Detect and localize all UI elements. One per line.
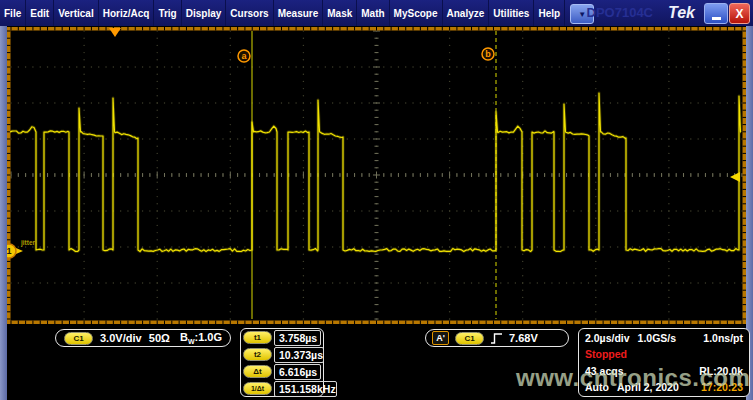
t2-value: 10.373µs [274, 347, 324, 363]
menu-help[interactable]: Help [534, 0, 565, 26]
dt-badge: Δt [243, 365, 272, 378]
model-label: DPO7104C [587, 5, 653, 20]
channel-scale: 3.0V/div [100, 332, 142, 344]
t1-value: 3.758µs [274, 330, 321, 346]
menu-analyze[interactable]: Analyze [443, 0, 490, 26]
channel1-marker: 1 [7, 246, 12, 256]
watermark: www.cntronics.com [516, 364, 750, 392]
cursor-readout[interactable]: t1 3.758µs t2 10.373µs Δt 6.616µs 1/Δt 1… [240, 328, 324, 397]
tek-logo: Tek [668, 4, 695, 22]
chevron-down-icon: ▼ [578, 10, 586, 19]
timebase-row: 2.0µs/div 1.0GS/s 1.0ns/pt [585, 332, 743, 344]
trace-label: jitter [20, 239, 36, 247]
menu-myscope[interactable]: MyScope [390, 0, 443, 26]
menu-display[interactable]: Display [182, 0, 227, 26]
channel-readout[interactable]: C1 3.0V/div 50Ω BW:1.0G [55, 329, 231, 347]
status-badge: Stopped [585, 348, 627, 360]
menu-math[interactable]: Math [357, 0, 389, 26]
cursor-row-freq: 1/Δt 151.158kHz [241, 380, 323, 397]
minimize-icon [712, 17, 721, 20]
menu-horiz-acq[interactable]: Horiz/Acq [99, 0, 155, 26]
cursor-row-t1: t1 3.758µs [241, 329, 323, 346]
menu-file[interactable]: File [0, 0, 26, 26]
cursor-row-t2: t2 10.373µs [241, 346, 323, 363]
trigger-channel-badge: C1 [455, 332, 484, 345]
trigger-readout[interactable]: A' C1 7.68V [425, 329, 569, 347]
menu-edit[interactable]: Edit [26, 0, 54, 26]
dt-value: 6.616µs [274, 364, 321, 380]
minimize-button[interactable] [704, 3, 728, 24]
t2-badge: t2 [243, 348, 272, 361]
menu-mask[interactable]: Mask [323, 0, 357, 26]
menu-bar: File Edit Vertical Horiz/Acq Trig Displa… [0, 0, 753, 26]
acq-status-row: Stopped [585, 348, 743, 360]
close-button[interactable]: X [729, 3, 750, 24]
channel-bandwidth: BW:1.0G [180, 331, 222, 345]
trigger-source-badge: A' [432, 331, 449, 345]
channel-badge: C1 [64, 332, 93, 345]
inv-dt-badge: 1/Δt [243, 382, 272, 395]
menu-measure[interactable]: Measure [274, 0, 324, 26]
cursor-b-label: b [485, 49, 491, 59]
rising-edge-icon [490, 332, 503, 345]
trigger-level: 7.68V [509, 332, 538, 344]
sample-resolution: 1.0ns/pt [703, 332, 743, 344]
window-edge-left [0, 26, 7, 400]
channel-impedance: 50Ω [149, 332, 170, 344]
scope-display: ab1jitter [7, 27, 746, 324]
menu-cursors[interactable]: Cursors [226, 0, 273, 26]
menu-trig[interactable]: Trig [154, 0, 181, 26]
oscilloscope-window: File Edit Vertical Horiz/Acq Trig Displa… [0, 0, 753, 400]
t1-badge: t1 [243, 331, 272, 344]
inv-dt-value: 151.158kHz [274, 381, 337, 397]
menu-utilities[interactable]: Utilities [489, 0, 534, 26]
cursor-row-dt: Δt 6.616µs [241, 363, 323, 380]
sample-rate: 1.0GS/s [638, 332, 677, 344]
menu-vertical[interactable]: Vertical [54, 0, 99, 26]
timebase-scale: 2.0µs/div [585, 332, 630, 344]
